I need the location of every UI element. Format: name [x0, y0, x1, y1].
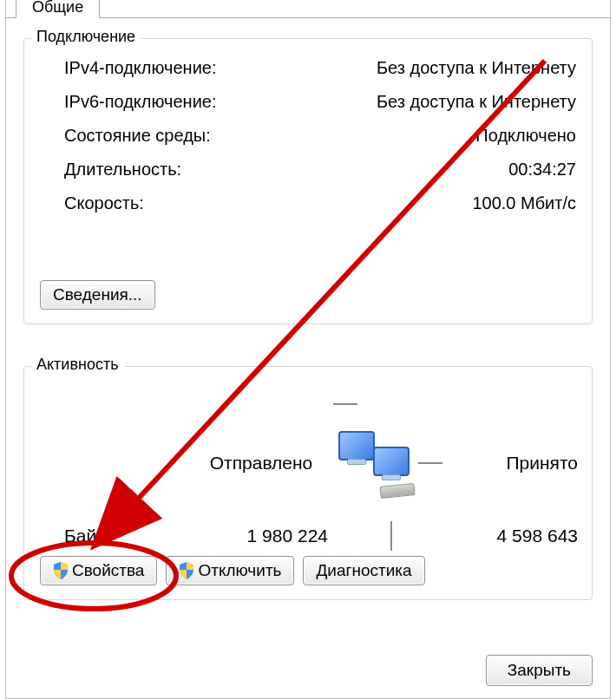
group-activity: Активность Отправлено Принято Байт: 1 98…: [23, 366, 593, 600]
diagnose-button-label: Диагностика: [316, 561, 411, 580]
bytes-received-value: 4 598 643: [448, 526, 578, 546]
row-ipv4: IPv4-подключение: Без доступа к Интернет…: [40, 51, 576, 85]
bytes-sent-value: 1 980 224: [187, 526, 335, 546]
speed-label: Скорость:: [64, 193, 144, 213]
duration-value: 00:34:27: [508, 160, 576, 180]
dialog-panel: Общие Подключение IPv4-подключение: Без …: [5, 0, 611, 699]
diagnose-button[interactable]: Диагностика: [303, 556, 424, 585]
row-speed: Скорость: 100.0 Мбит/с: [40, 186, 576, 220]
ipv4-value: Без доступа к Интернету: [377, 58, 576, 78]
speed-value: 100.0 Мбит/с: [472, 193, 576, 213]
disable-button-label: Отключить: [198, 561, 281, 580]
row-media-state: Состояние среды: Подключено: [40, 119, 576, 153]
shield-icon: [53, 562, 69, 579]
group-activity-title: Активность: [31, 356, 124, 374]
ipv6-label: IPv6-подключение:: [64, 92, 217, 112]
row-ipv6: IPv6-подключение: Без доступа к Интернет…: [40, 85, 576, 119]
disable-button[interactable]: Отключить: [166, 556, 294, 585]
ipv6-value: Без доступа к Интернету: [377, 92, 576, 112]
bytes-label: Байт:: [40, 526, 187, 546]
duration-label: Длительность:: [64, 160, 181, 180]
group-connection: Подключение IPv4-подключение: Без доступ…: [23, 38, 593, 324]
properties-button[interactable]: Свойства: [40, 556, 157, 585]
row-duration: Длительность: 00:34:27: [40, 153, 576, 186]
network-activity-icon: [337, 431, 411, 495]
tab-general[interactable]: Общие: [16, 0, 100, 18]
activity-sent-header: Отправлено: [187, 453, 335, 474]
close-button-label: Закрыть: [508, 661, 571, 680]
tab-general-label: Общие: [32, 0, 83, 16]
activity-received-header: Принято: [448, 453, 578, 474]
close-button[interactable]: Закрыть: [486, 655, 593, 686]
properties-button-label: Свойства: [72, 561, 144, 580]
details-button-label: Сведения...: [53, 285, 142, 304]
media-label: Состояние среды:: [64, 126, 211, 146]
activity-divider: [335, 521, 413, 551]
shield-icon: [179, 562, 194, 579]
media-value: Подключено: [475, 126, 576, 146]
ipv4-label: IPv4-подключение:: [64, 58, 217, 78]
details-button[interactable]: Сведения...: [40, 280, 155, 310]
group-connection-title: Подключение: [31, 28, 141, 46]
